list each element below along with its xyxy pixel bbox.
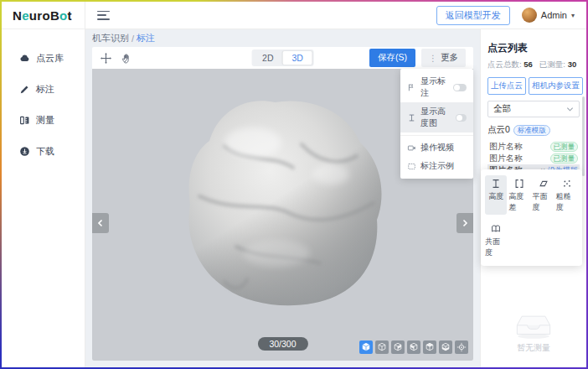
user-menu[interactable]: Admin ▾ <box>522 8 575 23</box>
logo-letter: B <box>50 8 59 23</box>
tool-label: 高度 <box>488 191 503 202</box>
main-column: 返回模型开发 Admin ▾ 机车识别 / 标注 <box>85 2 586 367</box>
pan-hand-icon[interactable] <box>121 52 133 65</box>
image-row[interactable]: 图片名称 已测量 <box>487 153 580 164</box>
view-front-button[interactable] <box>375 340 389 354</box>
menu-item-label: 操作视频 <box>420 142 454 153</box>
sidebar-menu: 点云库 标注 测量 下载 <box>2 29 85 167</box>
sidebar-item-label: 点云库 <box>36 52 64 65</box>
pointcloud-stats: 点云总数: 56 已测量: 30 <box>487 60 580 70</box>
sidebar-item-label: 测量 <box>36 114 54 127</box>
tool-roughness[interactable]: 粗糙度 <box>556 175 578 215</box>
measured-badge: 已测量 <box>550 142 579 152</box>
coplanarity-icon <box>490 223 502 235</box>
cube-icon <box>361 342 371 352</box>
view-top-button[interactable] <box>439 340 452 354</box>
flatness-icon <box>538 178 549 190</box>
empty-inbox-icon <box>510 309 557 340</box>
logo-letter: ur <box>29 8 43 23</box>
sidebar-item-download[interactable]: 下载 <box>2 136 85 167</box>
cube-icon <box>409 342 419 352</box>
tool-label: 共面度 <box>485 236 507 258</box>
sidebar: NeuroBot 点云库 标注 测量 下载 <box>2 2 85 367</box>
menu-item-annotation-example[interactable]: 标注示例 <box>400 157 473 175</box>
panel-title: 点云列表 <box>487 41 580 55</box>
cube-icon <box>441 342 451 352</box>
reset-view-button[interactable] <box>455 340 468 354</box>
move-tool-icon[interactable] <box>100 52 112 65</box>
prev-image-arrow[interactable] <box>92 213 109 233</box>
tool-flatness[interactable]: 平面度 <box>533 175 554 215</box>
canvas-tool-icons <box>100 52 133 65</box>
panel-scrollbar[interactable] <box>582 96 585 176</box>
breadcrumb-current: 标注 <box>137 32 155 44</box>
canvas-toolbar-right: 保存(S) ⋮ 更多 <box>369 49 466 67</box>
more-label: 更多 <box>441 52 458 64</box>
menu-item-show-heightmap[interactable]: 显示高度图 <box>400 102 473 133</box>
empty-text: 暂无测量 <box>517 342 550 354</box>
tool-height-diff[interactable]: 高度差 <box>508 175 530 215</box>
image-pager-badge: 30/300 <box>257 337 307 351</box>
view-right-button[interactable] <box>423 340 436 354</box>
save-button[interactable]: 保存(S) <box>369 49 415 67</box>
tool-label: 平面度 <box>533 191 554 213</box>
video-icon <box>407 143 416 153</box>
pen-icon <box>19 84 30 95</box>
more-button[interactable]: ⋮ 更多 <box>421 49 466 67</box>
total-label: 点云总数: <box>487 60 522 69</box>
pointcloud-name: 点云0 <box>487 124 510 136</box>
ellipsis-icon: ⋮ <box>429 54 437 63</box>
filter-select[interactable]: 全部 <box>487 101 580 117</box>
logo-letter: o <box>42 8 49 23</box>
more-dropdown-menu: 显示标注 显示高度图 操作视频 <box>400 69 473 179</box>
mode-3d-button[interactable]: 3D <box>283 51 312 65</box>
show-annotations-toggle[interactable] <box>453 84 467 91</box>
cube-icon <box>393 342 403 352</box>
height-icon <box>407 113 416 122</box>
view-left-button[interactable] <box>407 340 420 354</box>
roughness-icon <box>561 178 573 190</box>
canvas-toolbar: 2D 3D 保存(S) ⋮ 更多 <box>92 47 473 69</box>
view-back-button[interactable] <box>391 340 405 354</box>
image-row[interactable]: 图片名称 已测量 <box>487 141 580 153</box>
camera-intrinsics-button[interactable]: 相机内参设置 <box>529 77 583 95</box>
view-orientation-buttons <box>359 340 468 354</box>
main-area: 机车识别 / 标注 2D 3D <box>85 29 480 367</box>
menu-item-show-annotations[interactable]: 显示标注 <box>400 72 473 102</box>
measure-tools-popover: 高度 高度差 平面度 粗糙度 <box>481 169 582 266</box>
screenshot-frame: NeuroBot 点云库 标注 测量 下载 返 <box>0 0 588 369</box>
tool-coplanarity[interactable]: 共面度 <box>485 221 507 260</box>
pointcloud-item[interactable]: 点云0 标准模版 <box>487 124 580 136</box>
tool-height[interactable]: 高度 <box>485 175 507 215</box>
height-diff-icon <box>513 178 525 190</box>
panel-buttons: 上传点云 相机内参设置 <box>487 77 580 95</box>
user-name: Admin <box>541 10 567 20</box>
mode-2d-button[interactable]: 2D <box>253 51 282 65</box>
upload-pointcloud-button[interactable]: 上传点云 <box>487 77 526 95</box>
cube-icon <box>425 342 435 352</box>
tooth-3d-model[interactable] <box>176 94 385 314</box>
measured-value: 30 <box>568 60 577 69</box>
sidebar-item-measure[interactable]: 测量 <box>2 105 85 136</box>
chevron-down-icon: ▾ <box>571 12 575 19</box>
sidebar-item-label: 标注 <box>36 83 54 96</box>
menu-item-operation-video[interactable]: 操作视频 <box>400 138 473 157</box>
collapse-menu-icon[interactable] <box>97 11 110 20</box>
breadcrumb-parent[interactable]: 机车识别 <box>92 32 129 44</box>
menu-divider <box>400 135 473 136</box>
menu-item-label: 显示标注 <box>420 75 449 99</box>
tool-label: 高度差 <box>508 191 530 213</box>
chevron-right-icon <box>461 219 469 227</box>
pointcloud-panel: 点云列表 点云总数: 56 已测量: 30 上传点云 相机内参设置 全部 点云0… <box>480 29 586 367</box>
measured-label: 已测量: <box>539 60 565 69</box>
logo-letter: t <box>67 8 71 23</box>
crosshair-icon <box>456 342 467 352</box>
view-iso-button[interactable] <box>359 340 373 354</box>
canvas-card: 2D 3D 保存(S) ⋮ 更多 <box>92 47 473 361</box>
flag-icon <box>407 83 416 92</box>
sidebar-item-annotate[interactable]: 标注 <box>2 74 85 105</box>
next-image-arrow[interactable] <box>456 213 473 233</box>
sidebar-item-pointcloud-library[interactable]: 点云库 <box>2 43 85 74</box>
back-to-model-dev-button[interactable]: 返回模型开发 <box>436 6 510 25</box>
show-heightmap-toggle[interactable] <box>456 114 467 122</box>
